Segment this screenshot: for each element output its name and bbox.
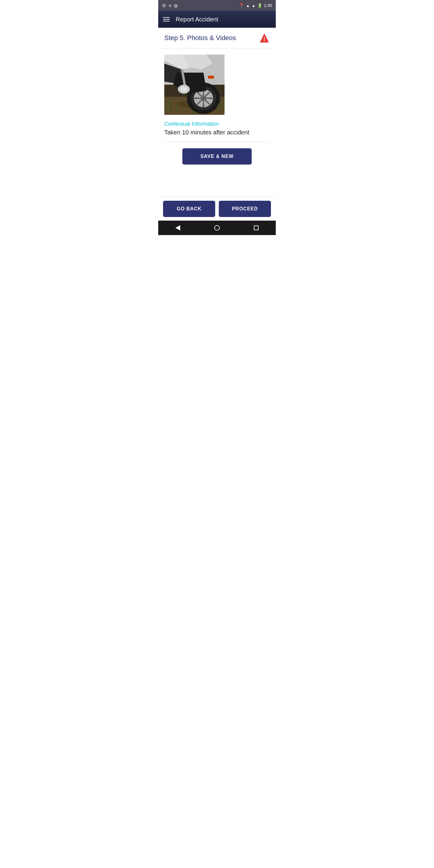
- bottom-nav: GO BACK PROCEED: [158, 197, 276, 221]
- contextual-section: Contextual Information Taken 10 minutes …: [164, 121, 270, 136]
- clipboard-status-icon: ▤: [174, 3, 178, 8]
- home-circle-icon: [214, 225, 220, 230]
- recents-square-icon: [254, 225, 258, 230]
- settings-status-icon: ⚙: [162, 3, 166, 8]
- signal-icon: ▲: [252, 3, 255, 8]
- accident-photo: [164, 55, 224, 115]
- svg-text:!: !: [264, 36, 265, 42]
- status-bar: ⚙ ◉ ▤ 📍 ▲ ▲ 🔋 1:40: [158, 0, 276, 11]
- contextual-value: Taken 10 minutes after accident: [164, 129, 270, 136]
- step-header: Step 5. Photos & Videos !: [158, 28, 276, 49]
- wifi-icon: ▲: [246, 3, 250, 8]
- svg-point-20: [210, 97, 212, 99]
- step-title: Step 5. Photos & Videos: [164, 34, 236, 42]
- svg-point-24: [180, 87, 187, 92]
- proceed-button[interactable]: PROCEED: [219, 201, 271, 217]
- go-back-button[interactable]: GO BACK: [163, 201, 215, 217]
- system-nav-bar: [158, 221, 276, 235]
- status-time: 1:40: [264, 3, 272, 8]
- svg-point-18: [203, 105, 204, 107]
- photo-container: [164, 55, 270, 115]
- save-new-button[interactable]: SAVE & NEW: [182, 148, 252, 164]
- divider: [164, 142, 270, 142]
- back-nav-button[interactable]: [171, 221, 184, 235]
- svg-rect-30: [208, 76, 214, 79]
- main-content: Contextual Information Taken 10 minutes …: [158, 49, 276, 197]
- back-triangle-icon: [176, 225, 180, 230]
- sync-status-icon: ◉: [168, 3, 172, 7]
- app-bar-title: Report Accident: [176, 16, 218, 23]
- home-nav-button[interactable]: [210, 221, 224, 235]
- save-new-container: SAVE & NEW: [164, 148, 270, 164]
- recents-nav-button[interactable]: [250, 221, 263, 235]
- battery-icon: 🔋: [257, 3, 262, 8]
- location-icon: 📍: [239, 3, 244, 8]
- status-bar-left-icons: ⚙ ◉ ▤: [162, 3, 178, 8]
- app-bar: Report Accident: [158, 11, 276, 28]
- menu-button[interactable]: [163, 17, 170, 22]
- contextual-label: Contextual Information: [164, 121, 270, 127]
- accident-photo-svg: [164, 55, 224, 115]
- warning-icon: !: [259, 33, 270, 43]
- svg-point-19: [195, 97, 197, 99]
- status-bar-right-icons: 📍 ▲ ▲ 🔋 1:40: [239, 3, 272, 8]
